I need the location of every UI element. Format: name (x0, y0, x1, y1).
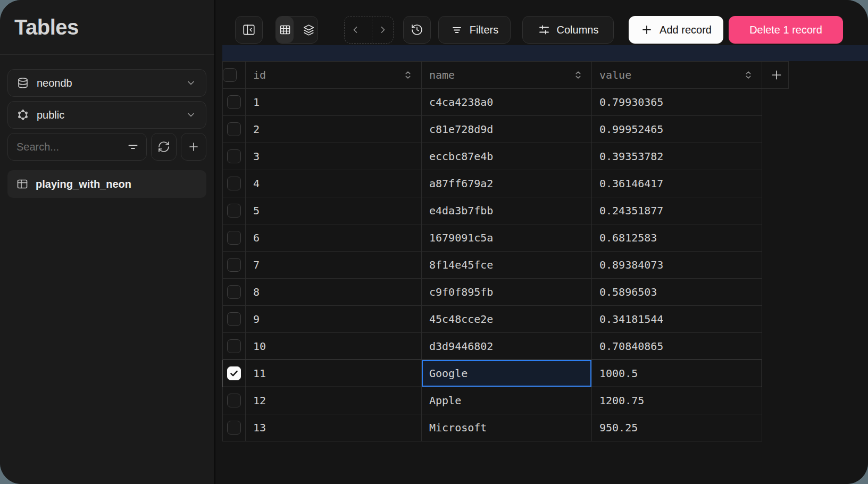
cell-id[interactable]: 10 (246, 333, 422, 360)
grid-view-button[interactable] (276, 16, 294, 43)
select-all-checkbox[interactable] (223, 68, 237, 82)
row-checkbox[interactable] (227, 366, 241, 380)
refresh-tables-button[interactable] (151, 133, 177, 161)
chevron-right-icon (378, 24, 388, 35)
row-checkbox[interactable] (227, 95, 241, 109)
row-checkbox-cell[interactable] (222, 252, 246, 279)
row-checkbox[interactable] (227, 258, 241, 272)
cell-id[interactable]: 3 (246, 143, 422, 170)
sort-icon[interactable] (572, 69, 584, 81)
filters-button[interactable]: Filters (438, 16, 511, 44)
empty-cell (762, 224, 789, 252)
cell-value[interactable]: 1200.75 (592, 387, 762, 414)
cell-value[interactable]: 1000.5 (592, 360, 762, 387)
row-checkbox[interactable] (227, 421, 241, 435)
row-checkbox-cell[interactable] (222, 143, 246, 170)
row-checkbox[interactable] (227, 285, 241, 299)
cell-value[interactable]: 0.79930365 (592, 89, 762, 116)
header-checkbox-cell[interactable] (222, 61, 246, 89)
cell-id[interactable]: 7 (246, 252, 422, 279)
empty-cell (762, 252, 789, 279)
columns-button[interactable]: Columns (522, 16, 614, 44)
cell-id[interactable]: 11 (246, 360, 422, 387)
table-row: 12Apple1200.75 (222, 387, 789, 414)
cell-value[interactable]: 0.6812583 (592, 224, 762, 252)
cell-value[interactable]: 0.70840865 (592, 333, 762, 360)
cell-name[interactable]: 8f14e45fce (422, 252, 592, 279)
add-record-button[interactable]: Add record (629, 16, 723, 44)
cell-name[interactable]: c9f0f895fb (422, 279, 592, 306)
sort-icon[interactable] (402, 69, 414, 81)
column-header-value[interactable]: value (592, 61, 762, 89)
row-checkbox-cell[interactable] (222, 360, 246, 387)
row-checkbox-cell[interactable] (222, 387, 246, 414)
plus-icon (770, 68, 783, 82)
cell-name[interactable]: 1679091c5a (422, 224, 592, 252)
cell-name[interactable]: 45c48cce2e (422, 306, 592, 333)
delete-record-button[interactable]: Delete 1 record (729, 16, 843, 44)
layers-view-button[interactable] (300, 16, 318, 43)
cell-id[interactable]: 6 (246, 224, 422, 252)
cell-name[interactable]: Apple (422, 387, 592, 414)
table-row: 945c48cce2e0.34181544 (222, 306, 789, 333)
sort-icon[interactable] (742, 69, 754, 81)
column-header-id[interactable]: id (246, 61, 422, 89)
row-checkbox[interactable] (227, 339, 241, 353)
cell-name[interactable]: eccbc87e4b (422, 143, 592, 170)
row-checkbox[interactable] (227, 149, 241, 163)
table-row: 1c4ca4238a00.79930365 (222, 89, 789, 116)
add-column-button[interactable] (762, 61, 789, 89)
cell-id[interactable]: 2 (246, 116, 422, 143)
row-checkbox[interactable] (227, 394, 241, 407)
cell-name[interactable]: d3d9446802 (422, 333, 592, 360)
cell-name[interactable]: c4ca4238a0 (422, 89, 592, 116)
cell-name[interactable]: Microsoft (422, 414, 592, 441)
column-header-name[interactable]: name (422, 61, 592, 89)
schema-select[interactable]: public (7, 101, 206, 129)
row-checkbox-cell[interactable] (222, 89, 246, 116)
row-checkbox[interactable] (227, 231, 241, 245)
cell-value[interactable]: 0.36146417 (592, 170, 762, 197)
row-checkbox[interactable] (227, 177, 241, 190)
cell-id[interactable]: 9 (246, 306, 422, 333)
sidebar-item-playing-with-neon[interactable]: playing_with_neon (7, 170, 206, 198)
cell-value[interactable]: 0.5896503 (592, 279, 762, 306)
cell-name[interactable]: c81e728d9d (422, 116, 592, 143)
row-checkbox[interactable] (227, 204, 241, 218)
empty-cell (762, 414, 789, 441)
cell-name[interactable]: e4da3b7fbb (422, 197, 592, 224)
database-select[interactable]: neondb (7, 69, 206, 97)
history-button[interactable] (403, 16, 431, 44)
cell-id[interactable]: 4 (246, 170, 422, 197)
search-input[interactable] (7, 133, 147, 161)
cell-id[interactable]: 12 (246, 387, 422, 414)
cell-value[interactable]: 0.34181544 (592, 306, 762, 333)
cell-id[interactable]: 8 (246, 279, 422, 306)
next-page-button[interactable] (372, 16, 393, 43)
cell-name[interactable]: Google (422, 360, 592, 387)
table-row: 11Google1000.5 (222, 360, 789, 387)
cell-name[interactable]: a87ff679a2 (422, 170, 592, 197)
cell-id[interactable]: 1 (246, 89, 422, 116)
row-checkbox-cell[interactable] (222, 414, 246, 441)
cell-id[interactable]: 13 (246, 414, 422, 441)
row-checkbox-cell[interactable] (222, 170, 246, 197)
row-checkbox-cell[interactable] (222, 279, 246, 306)
cell-value[interactable]: 950.25 (592, 414, 762, 441)
prev-page-button[interactable] (345, 16, 365, 43)
row-checkbox-cell[interactable] (222, 306, 246, 333)
row-checkbox-cell[interactable] (222, 116, 246, 143)
cell-value[interactable]: 0.24351877 (592, 197, 762, 224)
cell-value[interactable]: 0.39353782 (592, 143, 762, 170)
collapse-sidebar-button[interactable] (235, 16, 263, 44)
row-checkbox[interactable] (227, 122, 241, 136)
row-checkbox-cell[interactable] (222, 333, 246, 360)
cell-value[interactable]: 0.89384073 (592, 252, 762, 279)
row-checkbox[interactable] (227, 312, 241, 326)
row-checkbox-cell[interactable] (222, 197, 246, 224)
row-checkbox-cell[interactable] (222, 224, 246, 252)
empty-cell (762, 306, 789, 333)
cell-value[interactable]: 0.99952465 (592, 116, 762, 143)
add-table-button[interactable] (181, 133, 206, 161)
cell-id[interactable]: 5 (246, 197, 422, 224)
